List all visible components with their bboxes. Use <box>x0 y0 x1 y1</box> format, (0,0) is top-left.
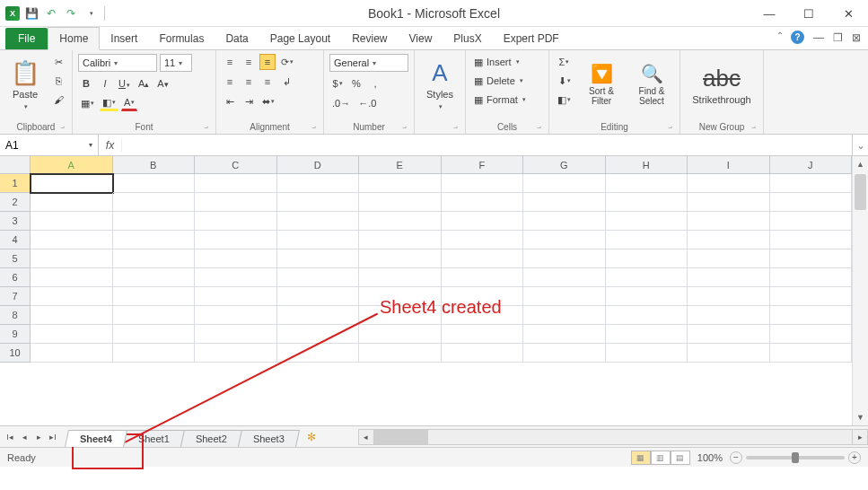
cell-B10[interactable] <box>113 344 196 363</box>
scroll-track[interactable] <box>374 429 852 445</box>
cell-I10[interactable] <box>688 344 770 363</box>
cell-H5[interactable] <box>606 249 688 268</box>
cell-D5[interactable] <box>277 249 360 268</box>
prev-sheet-icon[interactable]: ◂ <box>18 433 31 442</box>
new-sheet-icon[interactable]: ✻ <box>301 426 322 447</box>
cell-C9[interactable] <box>195 325 277 344</box>
cell-F3[interactable] <box>442 212 524 231</box>
cell-J5[interactable] <box>770 249 853 268</box>
scroll-left-icon[interactable]: ◂ <box>358 429 374 445</box>
cell-E10[interactable] <box>359 344 442 363</box>
cell-G4[interactable] <box>523 231 606 249</box>
column-header-G[interactable]: G <box>523 156 606 174</box>
cell-D10[interactable] <box>277 344 360 363</box>
cell-A2[interactable] <box>31 193 113 212</box>
cell-J9[interactable] <box>770 325 853 344</box>
borders-button[interactable]: ▦ <box>78 95 97 111</box>
cell-F8[interactable] <box>442 306 524 325</box>
scroll-up-icon[interactable]: ▲ <box>853 156 868 172</box>
tab-review[interactable]: Review <box>341 28 398 49</box>
cell-I2[interactable] <box>688 193 770 212</box>
find-select-button[interactable]: 🔍 Find & Select <box>629 54 674 115</box>
cell-I8[interactable] <box>688 306 770 325</box>
first-sheet-icon[interactable]: I◂ <box>4 433 16 442</box>
cut-icon[interactable]: ✂ <box>50 54 66 70</box>
cell-J3[interactable] <box>770 212 853 231</box>
minimize-ribbon-icon[interactable]: ˆ <box>778 31 782 44</box>
increase-indent-icon[interactable]: ⇥ <box>241 93 257 109</box>
font-size-combo[interactable]: 11▾ <box>160 54 192 72</box>
normal-view-icon[interactable]: ▦ <box>631 451 651 465</box>
cell-E8[interactable] <box>359 306 442 325</box>
align-center-icon[interactable]: ≡ <box>241 74 257 90</box>
excel-logo-icon[interactable]: X <box>5 6 20 21</box>
cell-B1[interactable] <box>113 174 196 193</box>
row-header-3[interactable]: 3 <box>0 212 31 231</box>
cell-C4[interactable] <box>195 231 277 249</box>
italic-button[interactable]: I <box>97 75 113 92</box>
sort-filter-button[interactable]: 🔽 Sort & Filter <box>579 54 624 115</box>
delete-cells-button[interactable]: ▦ Delete <box>471 73 543 89</box>
cell-I9[interactable] <box>688 325 770 344</box>
formula-input[interactable] <box>122 139 852 152</box>
cell-E1[interactable] <box>359 174 442 193</box>
cell-D3[interactable] <box>277 212 360 231</box>
cell-I7[interactable] <box>688 287 770 306</box>
page-break-view-icon[interactable]: ▤ <box>671 451 690 465</box>
cell-A9[interactable] <box>31 325 113 344</box>
scroll-thumb[interactable] <box>855 174 866 210</box>
select-all-corner[interactable] <box>0 156 31 174</box>
cell-F5[interactable] <box>442 249 524 268</box>
fill-icon[interactable]: ⬇ <box>555 73 574 89</box>
tab-view[interactable]: View <box>399 28 443 49</box>
cell-D9[interactable] <box>277 325 360 344</box>
column-header-D[interactable]: D <box>277 156 360 174</box>
row-header-10[interactable]: 10 <box>0 344 31 363</box>
format-cells-button[interactable]: ▦ Format <box>471 92 543 108</box>
row-header-9[interactable]: 9 <box>0 325 31 344</box>
cell-A3[interactable] <box>31 212 113 231</box>
column-header-E[interactable]: E <box>359 156 442 174</box>
horizontal-scrollbar[interactable]: ◂ ▸ <box>358 426 868 447</box>
qat-customize-icon[interactable] <box>83 5 99 22</box>
last-sheet-icon[interactable]: ▸I <box>47 433 59 442</box>
cell-H10[interactable] <box>606 344 688 363</box>
copy-icon[interactable]: ⎘ <box>50 73 66 89</box>
cell-H7[interactable] <box>606 287 688 306</box>
cell-G3[interactable] <box>523 212 606 231</box>
scroll-thumb[interactable] <box>374 430 428 444</box>
increase-font-icon[interactable]: A▴ <box>136 75 152 92</box>
help-icon[interactable]: ? <box>791 31 804 44</box>
fill-color-button[interactable]: ◧ <box>100 95 118 111</box>
cell-F2[interactable] <box>442 193 524 212</box>
paste-button[interactable]: 📋 Paste <box>5 54 45 115</box>
cell-B7[interactable] <box>113 287 196 306</box>
vertical-scrollbar[interactable]: ▲ ▼ <box>852 156 868 425</box>
cell-G6[interactable] <box>523 268 606 287</box>
cell-A1[interactable] <box>31 174 113 193</box>
cell-B6[interactable] <box>113 268 196 287</box>
tab-insert[interactable]: Insert <box>100 28 148 49</box>
cell-D1[interactable] <box>277 174 360 193</box>
strikethrough-button[interactable]: abc Strikethrough <box>686 54 758 115</box>
cell-E7[interactable] <box>359 287 442 306</box>
align-top-icon[interactable]: ≡ <box>222 54 238 70</box>
cell-F10[interactable] <box>442 344 524 363</box>
file-tab[interactable]: File <box>5 28 48 49</box>
cell-D4[interactable] <box>277 231 360 249</box>
zoom-in-icon[interactable]: + <box>848 451 861 464</box>
cell-E6[interactable] <box>359 268 442 287</box>
expand-formula-bar-icon[interactable]: ⌄ <box>852 135 868 155</box>
row-header-8[interactable]: 8 <box>0 306 31 325</box>
cell-F9[interactable] <box>442 325 524 344</box>
align-bottom-icon[interactable]: ≡ <box>259 54 276 70</box>
scroll-down-icon[interactable]: ▼ <box>853 409 868 425</box>
zoom-out-icon[interactable]: − <box>730 451 742 464</box>
sheet-tab-sheet3[interactable]: Sheet3 <box>238 430 300 447</box>
page-layout-view-icon[interactable]: ▥ <box>651 451 671 465</box>
close-button[interactable]: ✕ <box>829 0 868 27</box>
cell-J7[interactable] <box>770 287 853 306</box>
cell-E3[interactable] <box>359 212 442 231</box>
cell-C5[interactable] <box>195 249 277 268</box>
align-left-icon[interactable]: ≡ <box>222 74 238 90</box>
